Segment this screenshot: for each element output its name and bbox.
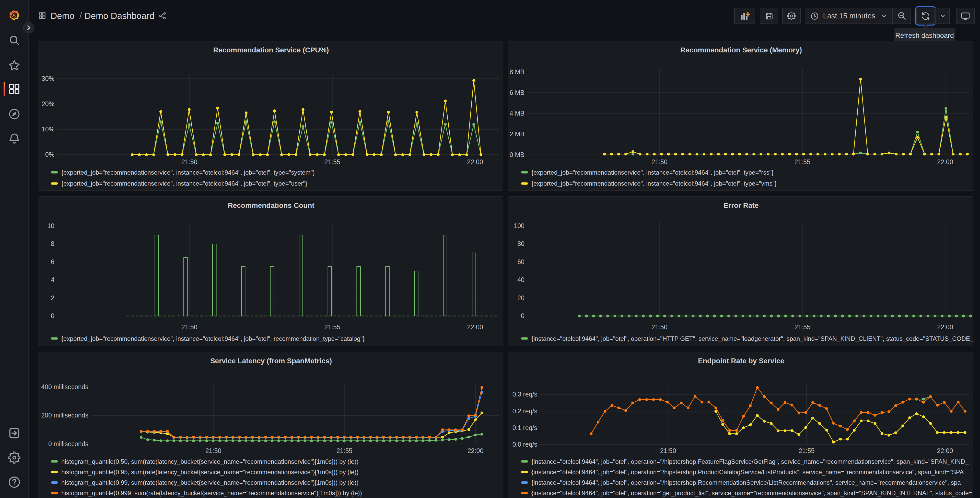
svg-text:{exported_job="recommendations: {exported_job="recommendationservice", i… [61,335,364,342]
svg-text:60: 60 [517,258,524,265]
svg-text:21:50: 21:50 [181,158,197,165]
svg-text:10%: 10% [41,126,54,132]
svg-text:100: 100 [514,222,524,229]
svg-text:22:00: 22:00 [467,447,484,454]
svg-text:20%: 20% [41,100,54,107]
svg-text:40: 40 [517,276,524,283]
svg-text:0: 0 [51,312,54,319]
svg-text:histogram_quantile(0.95, sum(r: histogram_quantile(0.95, sum(rate(latenc… [61,469,358,476]
svg-text:0.1 req/s: 0.1 req/s [512,424,537,431]
svg-text:histogram_quantile(0.99, sum(r: histogram_quantile(0.99, sum(rate(latenc… [61,479,358,486]
svg-text:22:00: 22:00 [467,158,483,165]
svg-text:21:50: 21:50 [660,447,676,454]
svg-text:200 milliseconds: 200 milliseconds [41,412,88,419]
svg-text:21:50: 21:50 [651,323,667,330]
svg-text:22:00: 22:00 [937,447,953,454]
svg-text:4 MB: 4 MB [509,110,524,117]
svg-text:400 milliseconds: 400 milliseconds [41,383,88,390]
svg-text:Recommendation Service (Memory: Recommendation Service (Memory) [680,46,802,54]
svg-text:0%: 0% [45,151,54,158]
svg-text:2 MB: 2 MB [509,130,524,137]
svg-text:21:50: 21:50 [205,447,221,454]
svg-text:Recommendation Service (CPU%): Recommendation Service (CPU%) [213,46,329,54]
svg-text:{instance="otelcol:9464", job=: {instance="otelcol:9464", job="otel", op… [531,335,974,342]
svg-text:Endpoint Rate by Service: Endpoint Rate by Service [698,357,784,365]
svg-text:22:00: 22:00 [937,323,953,330]
svg-text:6: 6 [51,258,54,265]
svg-text:21:55: 21:55 [794,323,810,330]
svg-text:0 milliseconds: 0 milliseconds [48,440,88,447]
svg-text:21:55: 21:55 [336,447,352,454]
svg-text:{instance="otelcol:9464", job=: {instance="otelcol:9464", job="otel", op… [531,458,969,465]
svg-text:22:00: 22:00 [467,323,483,330]
svg-text:2: 2 [51,294,54,302]
svg-text:10: 10 [47,222,54,229]
svg-text:21:55: 21:55 [794,158,810,165]
svg-text:{exported_job="recommendations: {exported_job="recommendationservice", i… [531,180,776,187]
svg-text:Recommendations Count: Recommendations Count [228,201,314,209]
svg-text:6 MB: 6 MB [509,89,524,96]
svg-text:{instance="otelcol:9464", job=: {instance="otelcol:9464", job="otel", op… [531,490,972,496]
svg-text:histogram_quantile(0.50, sum(r: histogram_quantile(0.50, sum(rate(latenc… [61,458,358,465]
svg-text:8 MB: 8 MB [509,68,524,75]
svg-text:{instance="otelcol:9464", job=: {instance="otelcol:9464", job="otel", op… [531,479,961,486]
svg-text:{exported_job="recommendations: {exported_job="recommendationservice", i… [61,180,307,187]
svg-text:histogram_quantile(0.999, sum(: histogram_quantile(0.999, sum(rate(laten… [61,490,362,496]
svg-text:{exported_job="recommendations: {exported_job="recommendationservice", i… [531,169,773,176]
svg-text:21:50: 21:50 [651,158,667,165]
svg-text:Service Latency (from SpanMetr: Service Latency (from SpanMetrics) [210,357,332,365]
svg-text:0.3 req/s: 0.3 req/s [512,391,537,398]
svg-text:8: 8 [51,240,54,247]
svg-text:20: 20 [517,294,524,302]
svg-text:21:55: 21:55 [324,323,340,330]
svg-text:4: 4 [51,276,54,283]
svg-text:{exported_job="recommendations: {exported_job="recommendationservice", i… [61,169,315,176]
svg-text:0 MB: 0 MB [509,151,524,158]
svg-text:30%: 30% [41,75,54,82]
svg-text:0.2 req/s: 0.2 req/s [512,407,537,415]
svg-text:Error Rate: Error Rate [724,201,759,209]
svg-text:{instance="otelcol:9464", job=: {instance="otelcol:9464", job="otel", op… [531,469,964,476]
svg-text:21:55: 21:55 [799,447,815,454]
svg-text:80: 80 [517,240,524,247]
svg-text:22:00: 22:00 [937,158,953,165]
svg-text:21:50: 21:50 [181,323,197,330]
svg-text:0.0 req/s: 0.0 req/s [512,441,537,448]
svg-text:0: 0 [521,312,524,319]
svg-text:21:55: 21:55 [324,158,340,165]
